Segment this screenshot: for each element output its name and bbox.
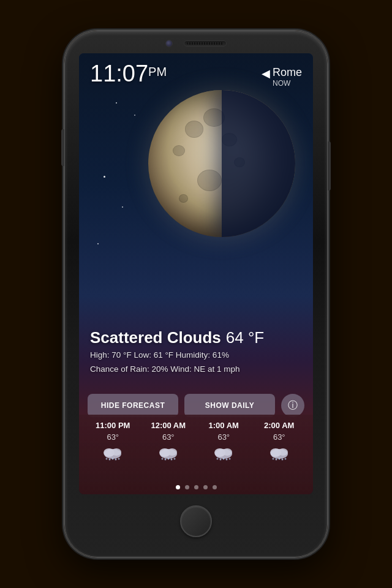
page-dots (79, 481, 313, 494)
weather-condition: Scattered Clouds (90, 328, 221, 347)
page-dot-4[interactable] (203, 485, 208, 489)
page-dot-2[interactable] (185, 485, 189, 489)
svg-point-29 (275, 459, 277, 461)
page-dot-3[interactable] (194, 485, 198, 489)
show-daily-button[interactable]: SHOW DAILY (184, 394, 275, 417)
ampm-value: PM (148, 66, 167, 78)
location-info: Rome NOW (273, 67, 302, 88)
cloud-icon-3 (267, 444, 292, 461)
svg-point-23 (229, 458, 231, 460)
svg-point-6 (106, 458, 108, 460)
hourly-row: 11:00 PM63° 12:00 AM63° 1:00 AM63° (79, 415, 313, 481)
svg-point-14 (161, 458, 163, 460)
svg-point-28 (281, 459, 283, 461)
svg-point-18 (222, 448, 232, 456)
weather-details-line2: Chance of Rain: 20% Wind: NE at 1 mph (90, 363, 302, 375)
hide-forecast-button[interactable]: HIDE FORECAST (88, 394, 178, 417)
cloud-icon-2 (211, 444, 236, 461)
hour-item-2: 1:00 AM63° (202, 421, 245, 461)
svg-point-10 (167, 448, 177, 456)
moon-shadow (222, 90, 295, 237)
home-button[interactable] (180, 505, 212, 537)
hour-label-1: 12:00 AM (151, 421, 186, 430)
star (122, 206, 123, 208)
phone-top-bar (65, 31, 327, 53)
earpiece-speaker (184, 40, 227, 47)
star (116, 102, 117, 104)
hour-temp-2: 63° (217, 432, 230, 442)
status-bar: 11:07PM ◀ Rome NOW (79, 53, 313, 88)
time-value: 11:07 (90, 61, 148, 86)
front-camera (165, 40, 173, 47)
svg-point-19 (223, 458, 225, 460)
star (104, 176, 105, 178)
hourly-panel: 11:00 PM63° 12:00 AM63° 1:00 AM63° (79, 415, 313, 494)
page-dot-1[interactable] (176, 485, 180, 489)
info-button[interactable]: ⓘ (281, 394, 304, 417)
hour-label-0: 11:00 PM (96, 421, 130, 430)
phone-bottom (65, 494, 327, 546)
hour-temp-1: 63° (162, 432, 175, 442)
location-name: Rome (273, 67, 302, 79)
page-dot-5[interactable] (213, 485, 217, 489)
svg-point-27 (278, 458, 280, 460)
location-sublabel: NOW (273, 79, 302, 88)
hour-item-3: 2:00 AM63° (258, 421, 301, 461)
svg-point-15 (173, 458, 175, 460)
cloud-icon-1 (156, 444, 181, 461)
location-chevron-icon: ◀ (262, 68, 270, 79)
clock: 11:07PM (90, 62, 167, 85)
phone-frame: 11:07PM ◀ Rome NOW Scattered Clouds 64 °… (64, 31, 328, 557)
svg-point-26 (278, 448, 288, 456)
svg-point-3 (112, 458, 114, 460)
info-icon: ⓘ (288, 399, 298, 412)
svg-point-22 (217, 458, 219, 460)
svg-point-2 (111, 448, 121, 456)
svg-point-21 (220, 459, 222, 461)
hour-item-1: 12:00 AM63° (147, 421, 190, 461)
cloud-icon-0 (100, 444, 125, 461)
svg-point-12 (170, 459, 172, 461)
svg-point-11 (167, 458, 169, 460)
weather-info: Scattered Clouds 64 °F High: 70 °F Low: … (79, 328, 313, 385)
svg-point-5 (109, 459, 111, 461)
hour-label-3: 2:00 AM (264, 421, 294, 430)
hour-label-2: 1:00 AM (209, 421, 239, 430)
screen: 11:07PM ◀ Rome NOW Scattered Clouds 64 °… (79, 53, 313, 494)
svg-point-4 (115, 459, 117, 461)
moon (148, 90, 295, 237)
svg-point-20 (226, 459, 228, 461)
star (134, 115, 135, 116)
star (97, 243, 99, 244)
location-area[interactable]: ◀ Rome NOW (262, 67, 302, 88)
moon-container (148, 90, 307, 298)
hour-item-0: 11:00 PM63° (91, 421, 134, 461)
hour-temp-3: 63° (273, 432, 285, 442)
weather-details-line1: High: 70 °F Low: 61 °F Humidity: 61% (90, 349, 302, 361)
hour-temp-0: 63° (107, 432, 119, 442)
svg-point-30 (272, 458, 274, 460)
svg-point-31 (284, 458, 286, 460)
svg-point-13 (164, 459, 166, 461)
buttons-row: HIDE FORECAST SHOW DAILY ⓘ (79, 394, 313, 417)
weather-temperature: 64 °F (226, 328, 264, 347)
svg-point-7 (118, 458, 120, 460)
